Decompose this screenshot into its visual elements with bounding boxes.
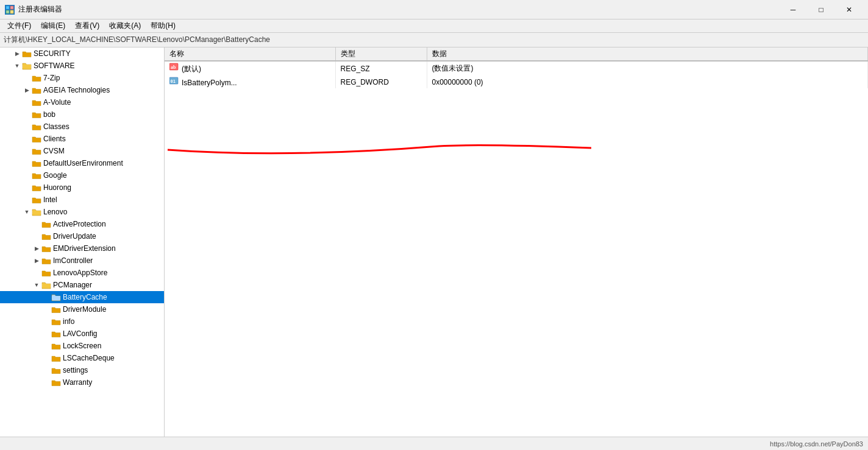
tree-item-SECURITY[interactable]: SECURITY xyxy=(0,47,164,60)
app-icon xyxy=(5,5,15,15)
folder-icon-AVolute xyxy=(32,97,41,107)
expand-arrow-Clients[interactable] xyxy=(22,134,32,144)
tree-item-LockScreen[interactable]: LockScreen xyxy=(0,340,164,352)
svg-text:01: 01 xyxy=(171,79,176,84)
reg-icon-dword: 01 xyxy=(169,77,179,85)
tree-item-Huorong[interactable]: Huorong xyxy=(0,181,164,194)
expand-arrow-ImController[interactable] xyxy=(32,256,41,265)
close-button[interactable]: ✕ xyxy=(835,0,863,19)
tree-item-LenovoAppStore[interactable]: LenovoAppStore xyxy=(0,267,164,279)
tree-item-BatteryCache[interactable]: BatteryCache xyxy=(0,291,164,303)
expand-arrow-settings[interactable] xyxy=(41,365,51,375)
status-bar: https://blog.csdn.net/PayDon83 xyxy=(0,437,868,450)
minimize-button[interactable]: ─ xyxy=(779,0,807,19)
tree-item-CVSM[interactable]: CVSM xyxy=(0,145,164,157)
annotation-svg xyxy=(165,47,868,437)
reg-row-0[interactable]: ab (默认)REG_SZ(数值未设置) xyxy=(165,61,868,76)
folder-icon-AGEIA xyxy=(32,85,41,95)
tree-label-Warranty: Warranty xyxy=(63,378,92,387)
expand-arrow-Warranty[interactable] xyxy=(41,378,51,387)
tree-item-AVolute[interactable]: A-Volute xyxy=(0,96,164,108)
menu-view[interactable]: 查看(V) xyxy=(70,19,104,32)
tree-item-Lenovo[interactable]: Lenovo xyxy=(0,206,164,218)
tree-label-BatteryCache: BatteryCache xyxy=(63,293,107,301)
tree-item-info[interactable]: info xyxy=(0,315,164,328)
reg-row-1[interactable]: 01 IsBatteryPolym...REG_DWORD0x00000000 … xyxy=(165,76,868,88)
expand-arrow-info[interactable] xyxy=(41,317,51,326)
expand-arrow-LockScreen[interactable] xyxy=(41,341,51,351)
menu-edit[interactable]: 编辑(E) xyxy=(36,19,70,32)
expand-arrow-SECURITY[interactable] xyxy=(12,49,22,58)
tree-label-ActiveProtection: ActiveProtection xyxy=(53,220,106,228)
tree-label-LSCacheDeque: LSCacheDeque xyxy=(63,354,115,362)
tree-label-PCManager: PCManager xyxy=(53,281,92,289)
menu-file[interactable]: 文件(F) xyxy=(2,19,36,32)
tree-item-Classes[interactable]: Classes xyxy=(0,121,164,133)
expand-arrow-7Zip[interactable] xyxy=(22,73,32,83)
expand-arrow-Google[interactable] xyxy=(22,171,32,180)
tree-item-bob[interactable]: bob xyxy=(0,108,164,121)
tree-item-7Zip[interactable]: 7-Zip xyxy=(0,72,164,84)
tree-item-ImController[interactable]: ImController xyxy=(0,255,164,267)
expand-arrow-Huorong[interactable] xyxy=(22,183,32,192)
folder-icon-bob xyxy=(32,110,41,119)
tree-item-Google[interactable]: Google xyxy=(0,169,164,181)
tree-label-Intel: Intel xyxy=(43,195,57,204)
tree-label-EMDriverExtension: EMDriverExtension xyxy=(53,244,116,253)
expand-arrow-Lenovo[interactable] xyxy=(22,207,32,217)
folder-icon-DriverModule xyxy=(51,304,61,314)
tree-panel[interactable]: SECURITYSOFTWARE7-ZipAGEIA TechnologiesA… xyxy=(0,47,165,437)
expand-arrow-LenovoAppStore[interactable] xyxy=(32,268,41,278)
tree-item-DriverUpdate[interactable]: DriverUpdate xyxy=(0,230,164,242)
tree-item-PCManager[interactable]: PCManager xyxy=(0,279,164,291)
expand-arrow-DriverModule[interactable] xyxy=(41,304,51,314)
folder-icon-CVSM xyxy=(32,146,41,156)
tree-item-EMDriverExtension[interactable]: EMDriverExtension xyxy=(0,242,164,255)
menu-help[interactable]: 帮助(H) xyxy=(146,19,180,32)
expand-arrow-CVSM[interactable] xyxy=(22,146,32,156)
tree-item-settings[interactable]: settings xyxy=(0,364,164,376)
expand-arrow-AVolute[interactable] xyxy=(22,97,32,107)
tree-item-Warranty[interactable]: Warranty xyxy=(0,376,164,388)
status-url: https://blog.csdn.net/PayDon83 xyxy=(770,440,863,448)
folder-icon-SECURITY xyxy=(22,49,32,58)
menu-favorites[interactable]: 收藏夹(A) xyxy=(104,19,146,32)
folder-icon-Intel xyxy=(32,195,41,205)
tree-label-DriverUpdate: DriverUpdate xyxy=(53,232,96,241)
tree-label-AVolute: A-Volute xyxy=(43,98,71,107)
tree-item-Clients[interactable]: Clients xyxy=(0,133,164,145)
expand-arrow-DriverUpdate[interactable] xyxy=(32,231,41,241)
tree-label-DriverModule: DriverModule xyxy=(63,305,106,314)
address-text: 计算机\HKEY_LOCAL_MACHINE\SOFTWARE\Lenovo\P… xyxy=(4,35,270,45)
expand-arrow-Intel[interactable] xyxy=(22,195,32,205)
tree-item-SOFTWARE[interactable]: SOFTWARE xyxy=(0,60,164,72)
tree-label-LockScreen: LockScreen xyxy=(63,342,101,350)
expand-arrow-EMDriverExtension[interactable] xyxy=(32,244,41,253)
expand-arrow-LSCacheDeque[interactable] xyxy=(41,353,51,363)
tree-label-Clients: Clients xyxy=(43,135,66,143)
maximize-button[interactable]: □ xyxy=(807,0,835,19)
reg-name-text-0: (默认) xyxy=(182,65,201,73)
tree-item-LAVConfig[interactable]: LAVConfig xyxy=(0,328,164,340)
expand-arrow-AGEIA[interactable] xyxy=(22,85,32,95)
address-bar: 计算机\HKEY_LOCAL_MACHINE\SOFTWARE\Lenovo\P… xyxy=(0,33,868,47)
expand-arrow-ActiveProtection[interactable] xyxy=(32,219,41,229)
tree-item-Intel[interactable]: Intel xyxy=(0,194,164,206)
tree-label-bob: bob xyxy=(43,110,55,119)
tree-item-LSCacheDeque[interactable]: LSCacheDeque xyxy=(0,352,164,364)
expand-arrow-LAVConfig[interactable] xyxy=(41,329,51,339)
expand-arrow-SOFTWARE[interactable] xyxy=(12,61,22,71)
expand-arrow-Classes[interactable] xyxy=(22,122,32,132)
folder-icon-PCManager xyxy=(41,280,51,290)
reg-cell-type-0: REG_SZ xyxy=(335,61,427,76)
expand-arrow-BatteryCache[interactable] xyxy=(41,292,51,302)
expand-arrow-PCManager[interactable] xyxy=(32,280,41,290)
expand-arrow-DefaultUserEnvironment[interactable] xyxy=(22,158,32,168)
folder-icon-ImController xyxy=(41,256,51,265)
tree-item-AGEIA[interactable]: AGEIA Technologies xyxy=(0,84,164,96)
folder-icon-LSCacheDeque xyxy=(51,353,61,363)
tree-item-ActiveProtection[interactable]: ActiveProtection xyxy=(0,218,164,230)
tree-item-DefaultUserEnvironment[interactable]: DefaultUserEnvironment xyxy=(0,157,164,169)
tree-item-DriverModule[interactable]: DriverModule xyxy=(0,303,164,315)
expand-arrow-bob[interactable] xyxy=(22,110,32,119)
